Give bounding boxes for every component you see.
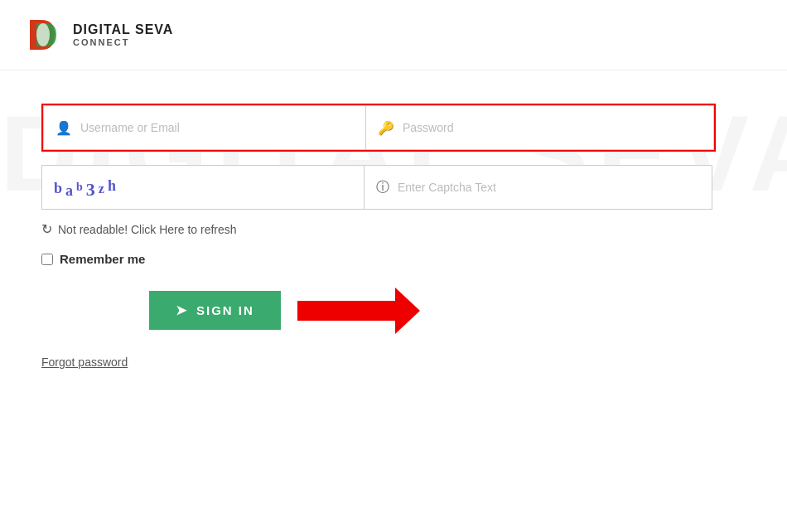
info-icon: ⓘ [376,179,389,196]
second-row: b a b 3 z h ⓘ [41,165,746,210]
arrow-indicator [297,301,397,321]
page-wrapper: DIGITAL SEVA CONNECT DIGITAL SEVA 👤 🔑 b [0,0,787,532]
remember-row: Remember me [41,252,746,266]
main-content: 👤 🔑 b a b 3 z h ⓘ [0,70,787,403]
password-field-group: 🔑 [366,105,714,150]
captcha-char-1: b [54,180,62,197]
refresh-text[interactable]: Not readable! Click Here to refresh [58,223,237,236]
captcha-char-5: z [99,181,104,196]
svg-point-0 [36,23,50,46]
signin-row: ➤ SIGN IN [41,291,746,330]
password-input[interactable] [403,121,702,134]
send-icon: ➤ [176,302,188,318]
logo-subtitle: CONNECT [73,37,173,47]
captcha-char-2: a [65,182,73,200]
captcha-image-box: b a b 3 z h [41,165,365,210]
remember-checkbox[interactable] [41,254,53,265]
key-icon: 🔑 [378,120,394,136]
logo-text: DIGITAL SEVA CONNECT [73,22,173,47]
captcha-char-4: 3 [86,179,95,201]
user-icon: 👤 [56,120,72,136]
remember-label[interactable]: Remember me [60,252,145,266]
username-field-group: 👤 [43,105,366,150]
signin-button[interactable]: ➤ SIGN IN [149,291,281,330]
logo-container: DIGITAL SEVA CONNECT [25,15,173,55]
captcha-char-6: h [108,177,116,195]
captcha-input[interactable] [398,181,700,194]
arrow-shaft [297,301,397,321]
forgot-password-link[interactable]: Forgot password [41,355,128,369]
refresh-icon: ↻ [41,221,52,237]
refresh-row[interactable]: ↻ Not readable! Click Here to refresh [41,221,746,237]
signin-label: SIGN IN [196,303,254,317]
username-input[interactable] [80,121,354,134]
header: DIGITAL SEVA CONNECT [0,0,787,70]
captcha-chars: b a b 3 z h [54,177,116,198]
logo-title: DIGITAL SEVA [73,22,173,37]
highlight-box: 👤 🔑 [41,104,716,152]
logo-icon [25,15,65,55]
captcha-char-3: b [76,181,83,194]
captcha-input-group: ⓘ [365,165,712,210]
